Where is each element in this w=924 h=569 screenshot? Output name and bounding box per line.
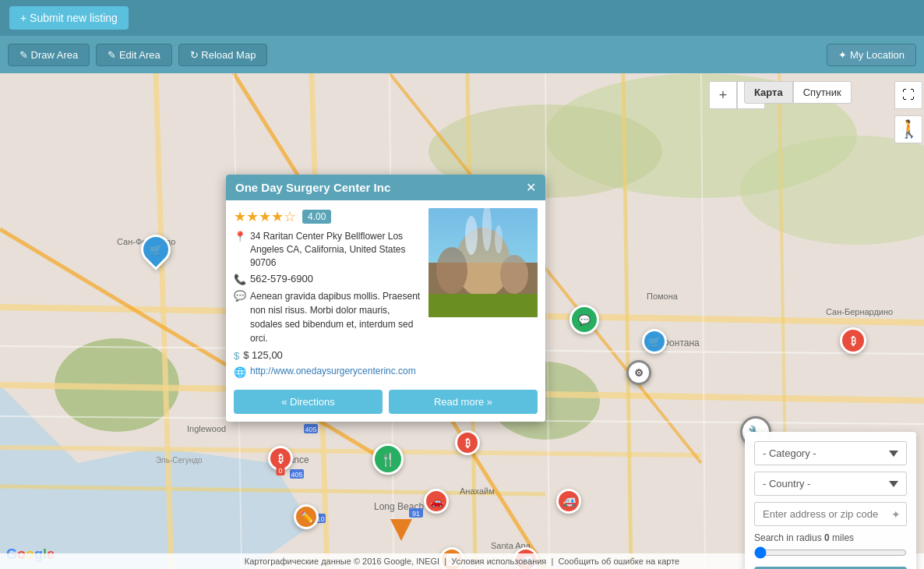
info-window-description: Aenean gravida dapibus mollis. Praesent … [250,289,421,345]
info-window-website[interactable]: http://www.onedaysurgerycenterinc.com [250,366,416,376]
my-location-button[interactable]: ✦ My Location [827,44,916,66]
marker-bitcoin-4[interactable]: ₿ 0 [268,446,293,471]
info-window-stars: ★★★★☆ 4.00 [234,208,421,225]
star-icons: ★★★★☆ [234,208,296,225]
info-window-actions: « Directions Read more » [226,390,545,422]
svg-text:405: 405 [305,426,316,433]
info-description-row: 💬 Aenean gravida dapibus mollis. Praesen… [234,289,421,345]
marker-cart-1[interactable]: 🛒 [141,235,171,264]
zoom-in-button[interactable]: + [709,81,737,109]
directions-button[interactable]: « Directions [234,390,383,414]
info-price-row: $ $ 125,00 [234,349,421,362]
web-icon: 🌐 [234,366,246,378]
svg-text:Эль-Сегундо: Эль-Сегундо [156,456,203,465]
marker-bitcoin-3[interactable]: ₿ [455,430,480,455]
info-window-close-button[interactable]: ✕ [526,182,536,194]
marker-food-1[interactable]: 🍴 [372,444,404,475]
marker-pin-1[interactable] [390,519,412,541]
country-select[interactable]: - Country - United States Canada [754,472,907,496]
info-window-body: ★★★★☆ 4.00 📍 34 Raritan Center Pky Bellf… [226,200,545,390]
marker-ambulance-1[interactable]: 🚑 [556,489,581,514]
info-website-row: 🌐 http://www.onedaysurgerycenterinc.com [234,366,421,378]
map-copyright: Картографические данные © 2016 Google, I… [245,557,439,566]
read-more-button[interactable]: Read more » [389,390,538,414]
marker-edit-1[interactable]: ✏️ [294,504,319,529]
draw-area-button[interactable]: ✎ Draw Area [8,44,90,66]
svg-rect-53 [428,208,538,263]
report-link[interactable]: Сообщить об ошибке на карте [558,557,679,566]
search-panel: - Category - Medical Food Auto - Country… [745,432,916,569]
phone-icon: 📞 [234,274,246,285]
location-input-icon: ✦ [891,508,901,521]
top-bar: + Submit new listing [0,0,924,36]
map-type-map-button[interactable]: Карта [744,81,793,104]
map-area[interactable]: Сан-Фернандо Torrance Long Beach Анахайм… [0,73,924,569]
info-phone-row: 📞 562-579-6900 [234,273,421,285]
svg-text:Inglewood: Inglewood [187,424,226,433]
comment-icon: 💬 [234,290,246,302]
svg-text:Анахайм: Анахайм [460,486,495,496]
pegman-icon: 🚶 [898,119,919,140]
terms-link[interactable]: Условия использования [451,557,546,566]
marker-car-1[interactable]: 🚗 [424,489,449,514]
svg-text:Фонтана: Фонтана [662,338,700,348]
address-input[interactable] [754,502,907,526]
svg-rect-49 [428,294,538,317]
marker-bitcoin-2[interactable]: ₿ [840,327,866,354]
category-select[interactable]: - Category - Medical Food Auto [754,441,907,465]
map-type-controls: Карта Спутник [744,81,852,104]
info-window-title: One Day Surgery Center Inc [235,181,390,194]
marker-cart-2[interactable]: 🛒 [642,329,667,354]
reload-map-button[interactable]: ↻ Reload Map [178,44,268,66]
edit-area-button[interactable]: ✎ Edit Area [96,44,171,66]
info-window: One Day Surgery Center Inc ✕ ★★★★☆ 4.00 … [226,175,545,422]
info-address-row: 📍 34 Raritan Center Pky Bellflower Los A… [234,230,421,269]
map-fullscreen-button[interactable]: ⛶ [894,81,922,109]
pegman-control[interactable]: 🚶 [894,115,922,143]
info-window-details: ★★★★☆ 4.00 📍 34 Raritan Center Pky Bellf… [234,208,421,382]
svg-text:91: 91 [412,510,420,518]
info-window-phone: 562-579-6900 [250,273,313,284]
svg-text:405: 405 [291,471,302,479]
svg-text:Сан-Бернардино: Сан-Бернардино [826,307,893,316]
info-window-address: 34 Raritan Center Pky Bellflower Los Ang… [250,230,421,269]
marker-chat-1[interactable]: 💬 [570,305,599,334]
map-type-satellite-button[interactable]: Спутник [793,81,852,104]
info-window-rating-badge: 4.00 [302,210,331,224]
price-icon: $ [234,350,239,362]
submit-listing-button[interactable]: + Submit new listing [9,6,129,30]
marker-gear-1[interactable]: ⚙ [626,360,651,385]
radius-slider[interactable] [754,546,907,559]
map-toolbar: ✎ Draw Area ✎ Edit Area ↻ Reload Map ✦ M… [0,36,924,73]
radius-label: Search in radius 0 miles [754,532,907,543]
info-window-image [428,208,538,317]
address-input-wrap: ✦ [754,502,907,526]
info-window-header: One Day Surgery Center Inc ✕ [226,175,545,200]
svg-text:Помона: Помона [647,292,679,301]
info-window-price: $ 125,00 [243,349,283,361]
location-icon: 📍 [234,231,246,242]
